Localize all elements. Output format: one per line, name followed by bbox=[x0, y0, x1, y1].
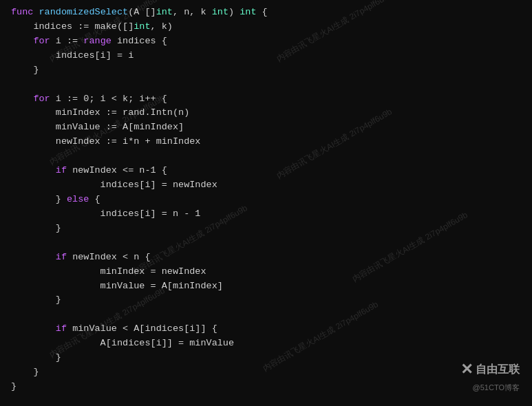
var-token: minValue := A[minIndex] bbox=[11, 122, 184, 132]
type-token: int bbox=[134, 21, 150, 32]
kw-token: range bbox=[83, 36, 117, 46]
code-line bbox=[11, 236, 521, 250]
var-token: i := bbox=[56, 36, 84, 46]
var-token: indices := make([] bbox=[11, 21, 134, 32]
var-token: newIndex := i*n + minIndex bbox=[11, 136, 200, 147]
var-token: i := 0; i < k; i++ { bbox=[56, 94, 167, 104]
kw-token: else bbox=[67, 194, 95, 204]
var-token: indices[i] = newIndex bbox=[11, 180, 217, 190]
kw-token: if bbox=[11, 165, 72, 175]
var-token: minValue = A[minIndex] bbox=[11, 281, 223, 291]
code-line: minValue := A[minIndex] bbox=[11, 120, 521, 135]
punct-token: ) bbox=[228, 7, 240, 17]
type-token: int bbox=[240, 7, 256, 17]
var-token: minIndex := rand.Intn(n) bbox=[11, 107, 189, 118]
code-block: func randomizedSelect(A []int, n, k int)… bbox=[0, 0, 532, 400]
punct-token: } bbox=[11, 295, 61, 305]
punct-token: } bbox=[11, 194, 67, 204]
code-line bbox=[11, 308, 521, 322]
punct-token: } bbox=[11, 367, 39, 377]
code-line: for i := 0; i < k; i++ { bbox=[11, 92, 521, 107]
punct-token: { bbox=[95, 194, 100, 204]
punct-token: } bbox=[11, 65, 39, 75]
kw-token: func bbox=[11, 7, 39, 17]
code-line: for i := range indices { bbox=[11, 34, 521, 49]
var-token: minValue < A[indices[i]] { bbox=[72, 323, 217, 334]
fn-token: randomizedSelect bbox=[39, 7, 129, 17]
code-line bbox=[11, 149, 521, 164]
code-line: newIndex := i*n + minIndex bbox=[11, 135, 521, 149]
var-token: minIndex = newIndex bbox=[11, 266, 206, 277]
kw-token: if bbox=[11, 323, 72, 334]
code-line: if newIndex < n { bbox=[11, 250, 521, 265]
var-token: A[indices[i]] = minValue bbox=[11, 338, 234, 348]
code-line: } bbox=[11, 293, 521, 308]
kw-token: for bbox=[11, 36, 56, 46]
code-line: minIndex = newIndex bbox=[11, 265, 521, 279]
code-line: if newIndex <= n-1 { bbox=[11, 164, 521, 178]
code-line: A[indices[i]] = minValue bbox=[11, 336, 521, 351]
code-line: } bbox=[11, 222, 521, 236]
code-line: } bbox=[11, 380, 521, 394]
type-token: int bbox=[212, 7, 228, 17]
punct-token: } bbox=[11, 352, 61, 363]
var-token: indices[i] = i bbox=[11, 50, 134, 61]
code-line: } else { bbox=[11, 193, 521, 207]
code-line: } bbox=[11, 63, 521, 78]
code-line: minIndex := rand.Intn(n) bbox=[11, 106, 521, 120]
punct-token: (A [] bbox=[128, 7, 156, 17]
var-token: newIndex <= n-1 { bbox=[72, 165, 167, 175]
punct-token: } bbox=[11, 381, 17, 392]
code-line: } bbox=[11, 351, 521, 365]
kw-token: if bbox=[11, 252, 72, 262]
code-line: indices[i] = newIndex bbox=[11, 178, 521, 193]
punct-token: { bbox=[257, 7, 268, 17]
code-line: indices := make([]int, k) bbox=[11, 20, 521, 34]
var-token: indices[i] = n - 1 bbox=[11, 209, 200, 219]
code-line: indices[i] = i bbox=[11, 49, 521, 63]
kw-token: for bbox=[11, 94, 56, 104]
punct-token: } bbox=[11, 223, 61, 233]
code-line: indices[i] = n - 1 bbox=[11, 207, 521, 222]
type-token: int bbox=[156, 7, 173, 17]
var-token: , k) bbox=[151, 21, 173, 32]
code-line: minValue = A[minIndex] bbox=[11, 279, 521, 294]
code-line bbox=[11, 78, 521, 92]
code-line: func randomizedSelect(A []int, n, k int)… bbox=[11, 6, 521, 20]
punct-token: , n, k bbox=[173, 7, 212, 17]
code-line: } bbox=[11, 365, 521, 380]
var-token: newIndex < n { bbox=[72, 252, 150, 262]
code-line: if minValue < A[indices[i]] { bbox=[11, 322, 521, 336]
var-token: indices { bbox=[117, 36, 167, 46]
